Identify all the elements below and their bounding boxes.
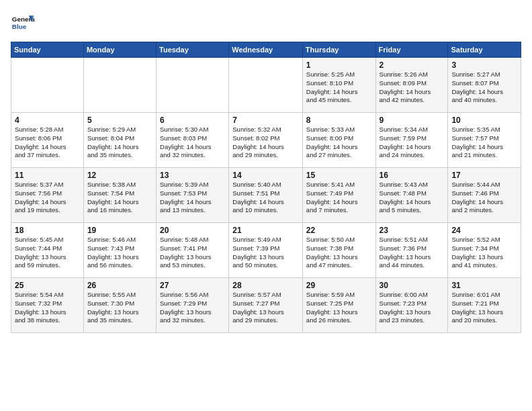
day-number: 31 — [451, 281, 517, 290]
day-info: Sunrise: 5:48 AM Sunset: 7:41 PM Dayligh… — [160, 236, 225, 270]
day-number: 17 — [451, 171, 517, 180]
calendar-day-header: Monday — [83, 42, 156, 58]
calendar-cell: 4Sunrise: 5:28 AM Sunset: 8:06 PM Daylig… — [11, 113, 84, 168]
day-number: 25 — [15, 281, 80, 290]
day-info: Sunrise: 5:29 AM Sunset: 8:04 PM Dayligh… — [87, 126, 152, 160]
calendar-cell: 31Sunrise: 6:01 AM Sunset: 7:21 PM Dayli… — [448, 278, 521, 333]
day-number: 29 — [306, 281, 372, 290]
day-number: 27 — [160, 281, 225, 290]
day-info: Sunrise: 5:39 AM Sunset: 7:53 PM Dayligh… — [160, 181, 225, 215]
calendar-cell: 25Sunrise: 5:54 AM Sunset: 7:32 PM Dayli… — [11, 278, 84, 333]
calendar-day-header: Sunday — [11, 42, 84, 58]
day-info: Sunrise: 5:49 AM Sunset: 7:39 PM Dayligh… — [232, 236, 299, 270]
day-info: Sunrise: 5:51 AM Sunset: 7:36 PM Dayligh… — [380, 236, 445, 270]
day-number: 18 — [15, 226, 80, 235]
svg-text:Blue: Blue — [12, 23, 27, 30]
day-number: 10 — [451, 116, 517, 125]
day-info: Sunrise: 5:37 AM Sunset: 7:56 PM Dayligh… — [15, 181, 80, 215]
page: General Blue SundayMondayTuesdayWednesda… — [0, 0, 532, 411]
day-number: 13 — [160, 171, 225, 180]
day-info: Sunrise: 5:40 AM Sunset: 7:51 PM Dayligh… — [232, 181, 299, 215]
calendar: SundayMondayTuesdayWednesdayThursdayFrid… — [11, 42, 521, 333]
day-number: 20 — [160, 226, 225, 235]
day-number: 19 — [87, 226, 152, 235]
day-info: Sunrise: 5:44 AM Sunset: 7:46 PM Dayligh… — [451, 181, 517, 215]
day-number: 26 — [87, 281, 152, 290]
day-number: 8 — [306, 116, 372, 125]
calendar-cell — [11, 58, 84, 113]
day-info: Sunrise: 5:46 AM Sunset: 7:43 PM Dayligh… — [87, 236, 152, 270]
header: General Blue — [11, 11, 521, 35]
calendar-week-row: 11Sunrise: 5:37 AM Sunset: 7:56 PM Dayli… — [11, 168, 521, 223]
day-info: Sunrise: 5:56 AM Sunset: 7:29 PM Dayligh… — [160, 291, 225, 325]
day-number: 30 — [380, 281, 445, 290]
calendar-cell: 6Sunrise: 5:30 AM Sunset: 8:03 PM Daylig… — [157, 113, 229, 168]
day-info: Sunrise: 5:28 AM Sunset: 8:06 PM Dayligh… — [15, 126, 80, 160]
calendar-cell: 29Sunrise: 5:59 AM Sunset: 7:25 PM Dayli… — [302, 278, 375, 333]
day-info: Sunrise: 5:54 AM Sunset: 7:32 PM Dayligh… — [15, 291, 80, 325]
calendar-cell: 19Sunrise: 5:46 AM Sunset: 7:43 PM Dayli… — [83, 223, 156, 278]
day-info: Sunrise: 5:52 AM Sunset: 7:34 PM Dayligh… — [451, 236, 517, 270]
calendar-cell: 26Sunrise: 5:55 AM Sunset: 7:30 PM Dayli… — [83, 278, 156, 333]
calendar-cell: 3Sunrise: 5:27 AM Sunset: 8:07 PM Daylig… — [448, 58, 521, 113]
calendar-day-header: Wednesday — [229, 42, 303, 58]
calendar-cell — [229, 58, 303, 113]
day-number: 7 — [232, 116, 299, 125]
calendar-cell: 2Sunrise: 5:26 AM Sunset: 8:09 PM Daylig… — [375, 58, 448, 113]
calendar-cell: 16Sunrise: 5:43 AM Sunset: 7:48 PM Dayli… — [375, 168, 448, 223]
calendar-cell: 28Sunrise: 5:57 AM Sunset: 7:27 PM Dayli… — [229, 278, 303, 333]
calendar-day-header: Thursday — [302, 42, 375, 58]
day-number: 23 — [380, 226, 445, 235]
day-info: Sunrise: 5:57 AM Sunset: 7:27 PM Dayligh… — [232, 291, 299, 325]
calendar-week-row: 1Sunrise: 5:25 AM Sunset: 8:10 PM Daylig… — [11, 58, 521, 113]
calendar-cell: 9Sunrise: 5:34 AM Sunset: 7:59 PM Daylig… — [375, 113, 448, 168]
calendar-cell — [83, 58, 156, 113]
day-info: Sunrise: 6:00 AM Sunset: 7:23 PM Dayligh… — [380, 291, 445, 325]
calendar-cell: 15Sunrise: 5:41 AM Sunset: 7:49 PM Dayli… — [302, 168, 375, 223]
day-number: 11 — [15, 171, 80, 180]
day-number: 6 — [160, 116, 225, 125]
day-info: Sunrise: 5:55 AM Sunset: 7:30 PM Dayligh… — [87, 291, 152, 325]
day-info: Sunrise: 5:38 AM Sunset: 7:54 PM Dayligh… — [87, 181, 152, 215]
calendar-day-header: Friday — [375, 42, 448, 58]
calendar-cell: 27Sunrise: 5:56 AM Sunset: 7:29 PM Dayli… — [157, 278, 229, 333]
calendar-cell — [157, 58, 229, 113]
calendar-day-header: Saturday — [448, 42, 521, 58]
calendar-cell: 13Sunrise: 5:39 AM Sunset: 7:53 PM Dayli… — [157, 168, 229, 223]
day-info: Sunrise: 5:32 AM Sunset: 8:02 PM Dayligh… — [232, 126, 299, 160]
day-number: 2 — [380, 60, 445, 70]
calendar-cell: 18Sunrise: 5:45 AM Sunset: 7:44 PM Dayli… — [11, 223, 84, 278]
day-info: Sunrise: 5:26 AM Sunset: 8:09 PM Dayligh… — [380, 71, 445, 105]
calendar-cell: 14Sunrise: 5:40 AM Sunset: 7:51 PM Dayli… — [229, 168, 303, 223]
calendar-cell: 23Sunrise: 5:51 AM Sunset: 7:36 PM Dayli… — [375, 223, 448, 278]
calendar-cell: 22Sunrise: 5:50 AM Sunset: 7:38 PM Dayli… — [302, 223, 375, 278]
logo-icon: General Blue — [11, 11, 35, 35]
day-info: Sunrise: 5:25 AM Sunset: 8:10 PM Dayligh… — [306, 71, 372, 105]
day-number: 21 — [232, 226, 299, 235]
calendar-cell: 12Sunrise: 5:38 AM Sunset: 7:54 PM Dayli… — [83, 168, 156, 223]
day-info: Sunrise: 5:50 AM Sunset: 7:38 PM Dayligh… — [306, 236, 372, 270]
calendar-day-header: Tuesday — [157, 42, 229, 58]
day-info: Sunrise: 5:35 AM Sunset: 7:57 PM Dayligh… — [451, 126, 517, 160]
day-number: 14 — [232, 171, 299, 180]
calendar-cell: 10Sunrise: 5:35 AM Sunset: 7:57 PM Dayli… — [448, 113, 521, 168]
day-number: 15 — [306, 171, 372, 180]
day-info: Sunrise: 5:33 AM Sunset: 8:00 PM Dayligh… — [306, 126, 372, 160]
day-number: 12 — [87, 171, 152, 180]
day-info: Sunrise: 5:43 AM Sunset: 7:48 PM Dayligh… — [380, 181, 445, 215]
day-number: 16 — [380, 171, 445, 180]
day-number: 4 — [15, 116, 80, 125]
calendar-week-row: 18Sunrise: 5:45 AM Sunset: 7:44 PM Dayli… — [11, 223, 521, 278]
day-info: Sunrise: 5:41 AM Sunset: 7:49 PM Dayligh… — [306, 181, 372, 215]
day-info: Sunrise: 5:34 AM Sunset: 7:59 PM Dayligh… — [380, 126, 445, 160]
day-info: Sunrise: 5:59 AM Sunset: 7:25 PM Dayligh… — [306, 291, 372, 325]
day-number: 1 — [306, 60, 372, 70]
calendar-cell: 5Sunrise: 5:29 AM Sunset: 8:04 PM Daylig… — [83, 113, 156, 168]
day-number: 5 — [87, 116, 152, 125]
day-number: 9 — [380, 116, 445, 125]
calendar-week-row: 25Sunrise: 5:54 AM Sunset: 7:32 PM Dayli… — [11, 278, 521, 333]
calendar-cell: 1Sunrise: 5:25 AM Sunset: 8:10 PM Daylig… — [302, 58, 375, 113]
calendar-week-row: 4Sunrise: 5:28 AM Sunset: 8:06 PM Daylig… — [11, 113, 521, 168]
day-number: 28 — [232, 281, 299, 290]
day-number: 22 — [306, 226, 372, 235]
